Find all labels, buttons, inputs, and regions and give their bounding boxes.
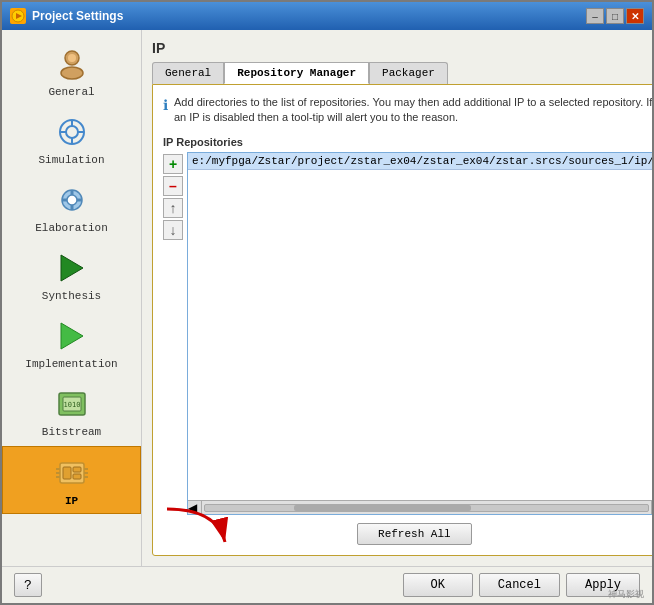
remove-repo-button[interactable]: – bbox=[163, 176, 183, 196]
ok-button[interactable]: OK bbox=[403, 573, 473, 597]
title-bar: Project Settings – □ ✕ bbox=[2, 2, 652, 30]
sidebar-item-elaboration[interactable]: Elaboration bbox=[2, 174, 141, 240]
implementation-icon bbox=[52, 316, 92, 356]
svg-marker-18 bbox=[61, 323, 83, 349]
svg-rect-26 bbox=[56, 468, 60, 470]
tab-packager[interactable]: Packager bbox=[369, 62, 448, 84]
svg-rect-31 bbox=[84, 476, 88, 478]
sidebar-item-simulation[interactable]: Simulation bbox=[2, 106, 141, 172]
title-bar-left: Project Settings bbox=[10, 8, 123, 24]
refresh-all-button[interactable]: Refresh All bbox=[357, 523, 472, 545]
title-buttons: – □ ✕ bbox=[586, 8, 644, 24]
svg-point-6 bbox=[66, 126, 78, 138]
svg-rect-27 bbox=[56, 472, 60, 474]
move-up-button[interactable]: ↑ bbox=[163, 198, 183, 218]
simulation-icon bbox=[52, 112, 92, 152]
svg-rect-25 bbox=[73, 474, 81, 479]
right-panel: IP General Repository Manager Packager ℹ… bbox=[142, 30, 652, 566]
repo-buttons: + – ↑ ↓ bbox=[163, 152, 183, 515]
horizontal-scrollbar[interactable]: ◀ ▶ bbox=[188, 500, 652, 514]
maximize-button[interactable]: □ bbox=[606, 8, 624, 24]
watermark: 神马影视 bbox=[608, 588, 644, 601]
window-icon bbox=[10, 8, 26, 24]
repo-list-container: e:/myfpga/Zstar/project/zstar_ex04/zstar… bbox=[187, 152, 652, 515]
sidebar-item-implementation[interactable]: Implementation bbox=[2, 310, 141, 376]
bottom-bar: ? OK Cancel Apply 神马影视 bbox=[2, 566, 652, 603]
svg-rect-28 bbox=[56, 476, 60, 478]
svg-rect-24 bbox=[73, 467, 81, 472]
svg-rect-30 bbox=[84, 472, 88, 474]
bitstream-icon: 1010 bbox=[52, 384, 92, 424]
sidebar-item-ip[interactable]: IP bbox=[2, 446, 141, 514]
cancel-button[interactable]: Cancel bbox=[479, 573, 560, 597]
refresh-btn-container: Refresh All bbox=[163, 523, 652, 545]
elaboration-label: Elaboration bbox=[35, 222, 108, 234]
section-label: IP Repositories bbox=[163, 136, 652, 148]
repo-area: + – ↑ ↓ e:/myfpga/Zstar/project/zstar_ex… bbox=[163, 152, 652, 515]
scroll-right-btn[interactable]: ▶ bbox=[651, 501, 652, 514]
project-settings-window: Project Settings – □ ✕ General bbox=[0, 0, 654, 605]
svg-point-4 bbox=[61, 67, 83, 79]
implementation-label: Implementation bbox=[25, 358, 117, 370]
ip-label: IP bbox=[65, 495, 78, 507]
svg-point-3 bbox=[68, 54, 76, 62]
close-button[interactable]: ✕ bbox=[626, 8, 644, 24]
info-text: Add directories to the list of repositor… bbox=[174, 95, 652, 126]
general-label: General bbox=[48, 86, 94, 98]
sidebar: General Simulation bbox=[2, 30, 142, 566]
scroll-thumb[interactable] bbox=[294, 505, 471, 511]
scroll-left-btn[interactable]: ◀ bbox=[188, 501, 202, 514]
svg-rect-23 bbox=[63, 467, 71, 479]
tab-bar: General Repository Manager Packager bbox=[152, 62, 652, 84]
elaboration-icon bbox=[52, 180, 92, 220]
info-icon: ℹ bbox=[163, 96, 168, 126]
info-box: ℹ Add directories to the list of reposit… bbox=[163, 95, 652, 126]
sidebar-item-bitstream[interactable]: 1010 Bitstream bbox=[2, 378, 141, 444]
synthesis-icon bbox=[52, 248, 92, 288]
synthesis-label: Synthesis bbox=[42, 290, 101, 302]
list-item[interactable]: e:/myfpga/Zstar/project/zstar_ex04/zstar… bbox=[188, 153, 652, 170]
svg-text:1010: 1010 bbox=[63, 401, 80, 409]
simulation-label: Simulation bbox=[38, 154, 104, 166]
ip-icon bbox=[52, 453, 92, 493]
bitstream-label: Bitstream bbox=[42, 426, 101, 438]
general-icon bbox=[52, 44, 92, 84]
tab-repository-manager[interactable]: Repository Manager bbox=[224, 62, 369, 84]
minimize-button[interactable]: – bbox=[586, 8, 604, 24]
panel-title: IP bbox=[152, 40, 652, 56]
add-repo-button[interactable]: + bbox=[163, 154, 183, 174]
svg-point-12 bbox=[67, 195, 77, 205]
main-content: General Simulation bbox=[2, 30, 652, 566]
svg-marker-17 bbox=[61, 255, 83, 281]
move-down-button[interactable]: ↓ bbox=[163, 220, 183, 240]
svg-rect-29 bbox=[84, 468, 88, 470]
sidebar-item-synthesis[interactable]: Synthesis bbox=[2, 242, 141, 308]
scroll-track[interactable] bbox=[204, 504, 649, 512]
tab-content: ℹ Add directories to the list of reposit… bbox=[152, 84, 652, 556]
repo-list[interactable]: e:/myfpga/Zstar/project/zstar_ex04/zstar… bbox=[188, 153, 652, 500]
sidebar-item-general[interactable]: General bbox=[2, 38, 141, 104]
tab-general[interactable]: General bbox=[152, 62, 224, 84]
window-title: Project Settings bbox=[32, 9, 123, 23]
help-button[interactable]: ? bbox=[14, 573, 42, 597]
